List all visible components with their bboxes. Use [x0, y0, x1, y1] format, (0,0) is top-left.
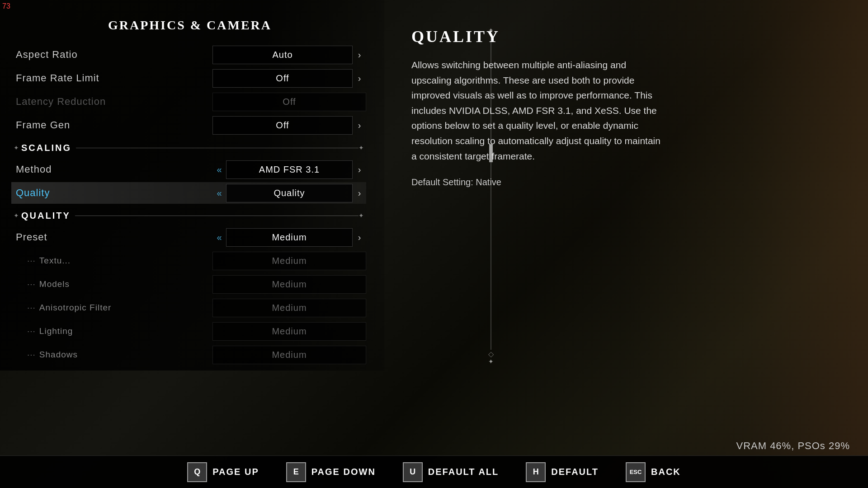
- arrow-right-quality[interactable]: ›: [353, 188, 366, 198]
- quality-section-header: ✦ QUALITY ✦: [14, 207, 366, 224]
- arrow-right-preset[interactable]: ›: [353, 232, 366, 243]
- setting-label-frame-rate: Frame Rate Limit: [14, 72, 212, 84]
- value-control-models: Medium: [212, 275, 366, 294]
- key-icon-page-down: E: [286, 462, 306, 482]
- btn-group-back: ESC BACK: [612, 462, 694, 482]
- scaling-section-line: [76, 148, 359, 148]
- arrow-left-preset[interactable]: «: [212, 232, 226, 243]
- value-control-quality: « Quality ›: [212, 184, 366, 202]
- value-box-aspect-ratio[interactable]: Auto: [212, 46, 353, 64]
- key-label-default[interactable]: DEFAULT: [551, 467, 599, 477]
- setting-row-models: Models Medium: [14, 273, 366, 295]
- setting-label-textures: Textu...: [14, 256, 212, 266]
- scaling-section-label: SCALING: [21, 143, 71, 153]
- key-icon-page-up: Q: [187, 462, 207, 482]
- key-icon-default-all: U: [403, 462, 423, 482]
- setting-row-preset: Preset « Medium ›: [14, 226, 366, 248]
- setting-label-anisotropic: Anisotropic Filter: [14, 303, 212, 313]
- value-box-method[interactable]: AMD FSR 3.1: [226, 160, 353, 179]
- btn-group-default: H DEFAULT: [512, 462, 612, 482]
- btn-group-page-up: Q PAGE UP: [174, 462, 273, 482]
- setting-label-preset: Preset: [14, 231, 212, 243]
- value-control-latency: Off: [212, 93, 366, 111]
- value-control-lighting: Medium: [212, 322, 366, 341]
- description-title: QUALITY: [411, 27, 665, 46]
- value-box-frame-rate[interactable]: Off: [212, 69, 353, 88]
- scroll-arrow-down[interactable]: ✦: [488, 358, 494, 365]
- setting-row-latency: Latency Reduction Off: [14, 91, 366, 113]
- arrow-right-frame-gen[interactable]: ›: [353, 120, 366, 131]
- btn-group-default-all: U DEFAULT ALL: [389, 462, 512, 482]
- setting-row-frame-rate: Frame Rate Limit Off ›: [14, 67, 366, 89]
- value-control-shadows: Medium: [212, 346, 366, 364]
- key-label-back[interactable]: BACK: [651, 467, 681, 477]
- setting-row-frame-gen: Frame Gen Off ›: [14, 114, 366, 136]
- setting-label-models: Models: [14, 279, 212, 289]
- setting-row-textures: Textu... Medium: [14, 250, 366, 272]
- setting-row-anisotropic: Anisotropic Filter Medium: [14, 297, 366, 319]
- setting-row-lighting: Lighting Medium: [14, 320, 366, 342]
- value-control-textures: Medium: [212, 252, 366, 270]
- setting-label-aspect-ratio: Aspect Ratio: [14, 49, 212, 61]
- key-icon-back: ESC: [626, 462, 646, 482]
- scrollbar-track: [491, 33, 491, 350]
- setting-row-quality[interactable]: Quality « Quality ›: [11, 182, 366, 204]
- key-label-page-down[interactable]: PAGE DOWN: [311, 467, 376, 477]
- quality-section-line: [75, 216, 359, 216]
- value-box-lighting: Medium: [212, 322, 366, 341]
- key-label-page-up[interactable]: PAGE UP: [212, 467, 259, 477]
- setting-label-frame-gen: Frame Gen: [14, 119, 212, 131]
- setting-label-method: Method: [14, 164, 212, 175]
- value-control-preset: « Medium ›: [212, 228, 366, 247]
- value-control-method: « AMD FSR 3.1 ›: [212, 160, 366, 179]
- value-box-quality[interactable]: Quality: [226, 184, 353, 202]
- settings-panel: GRAPHICS & CAMERA Aspect Ratio Auto › Fr…: [0, 18, 375, 479]
- value-control-frame-gen: Off ›: [212, 116, 366, 135]
- value-box-models: Medium: [212, 275, 366, 294]
- top-area: GRAPHICS & CAMERA Aspect Ratio Auto › Fr…: [0, 0, 868, 488]
- setting-label-quality: Quality: [14, 187, 212, 199]
- value-control-anisotropic: Medium: [212, 299, 366, 317]
- arrow-right-method[interactable]: ›: [353, 164, 366, 175]
- value-box-anisotropic: Medium: [212, 299, 366, 317]
- value-box-preset[interactable]: Medium: [226, 228, 353, 247]
- key-label-default-all[interactable]: DEFAULT ALL: [428, 467, 499, 477]
- value-control-frame-rate: Off ›: [212, 69, 366, 88]
- setting-label-shadows: Shadows: [14, 350, 212, 360]
- arrow-left-method[interactable]: «: [212, 164, 226, 175]
- scroll-arrow-up[interactable]: ✦: [488, 27, 494, 33]
- description-default: Default Setting: Native: [411, 177, 665, 188]
- scaling-star-icon: ✦: [14, 144, 19, 151]
- value-box-textures: Medium: [212, 252, 366, 270]
- main-content: GRAPHICS & CAMERA Aspect Ratio Auto › Fr…: [0, 0, 868, 488]
- arrow-right-frame-rate[interactable]: ›: [353, 73, 366, 84]
- scroll-diamond-icon: ◇: [488, 350, 494, 358]
- scrollbar-thumb[interactable]: [489, 144, 493, 162]
- scrollbar[interactable]: ✦ ◇ ✦: [488, 27, 494, 343]
- value-box-latency: Off: [212, 93, 366, 111]
- scaling-star-right-icon: ✦: [359, 144, 364, 151]
- arrow-right-aspect-ratio[interactable]: ›: [353, 50, 366, 60]
- scaling-section-header: ✦ SCALING ✦: [14, 140, 366, 156]
- setting-row-method: Method « AMD FSR 3.1 ›: [14, 159, 366, 180]
- panel-title: GRAPHICS & CAMERA: [14, 18, 366, 33]
- quality-star-right-icon: ✦: [359, 212, 364, 219]
- value-box-frame-gen[interactable]: Off: [212, 116, 353, 135]
- arrow-left-quality[interactable]: «: [212, 188, 226, 198]
- bottom-bar: Q PAGE UP E PAGE DOWN U DEFAULT ALL H DE…: [0, 455, 868, 488]
- setting-label-latency: Latency Reduction: [14, 96, 212, 108]
- vram-info: VRAM 46%, PSOs 29%: [736, 440, 850, 452]
- value-control-aspect-ratio: Auto ›: [212, 46, 366, 64]
- btn-group-page-down: E PAGE DOWN: [273, 462, 389, 482]
- setting-label-lighting: Lighting: [14, 326, 212, 336]
- value-box-shadows: Medium: [212, 346, 366, 364]
- description-text: Allows switching between multiple anti-a…: [411, 57, 665, 164]
- description-panel: QUALITY Allows switching between multipl…: [375, 18, 692, 479]
- quality-star-icon: ✦: [14, 212, 19, 219]
- key-icon-default: H: [526, 462, 546, 482]
- setting-row-shadows: Shadows Medium: [14, 344, 366, 366]
- setting-row-aspect-ratio: Aspect Ratio Auto ›: [14, 44, 366, 66]
- quality-section-label: QUALITY: [21, 211, 71, 221]
- fps-counter: 73: [2, 2, 10, 10]
